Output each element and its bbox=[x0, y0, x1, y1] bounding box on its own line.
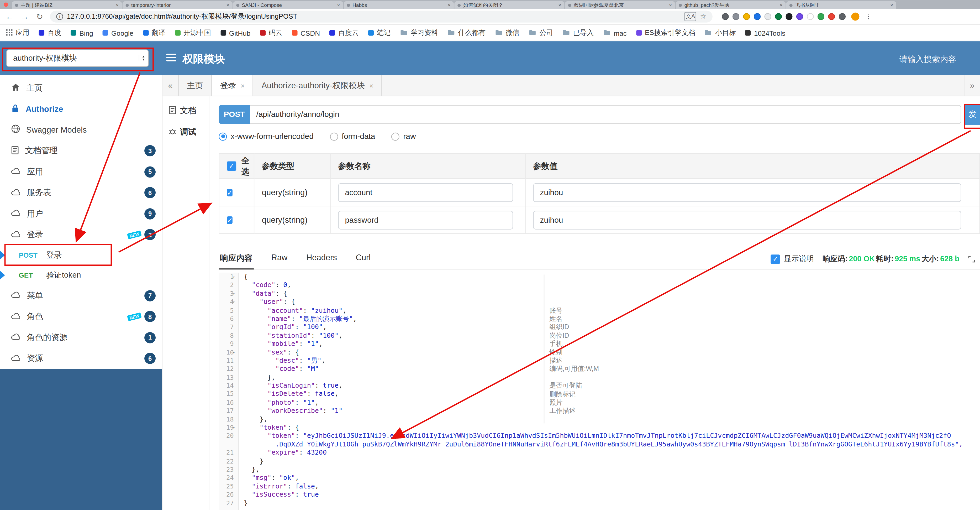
param-value-input[interactable] bbox=[533, 183, 961, 202]
sidebar-item-role[interactable]: 角色NEW8 bbox=[0, 306, 162, 327]
mode-nav-doc[interactable]: 文档 bbox=[162, 100, 208, 121]
api-group-select[interactable]: authority-权限模块 ▴▾ bbox=[6, 49, 149, 67]
radio-icon[interactable] bbox=[391, 132, 399, 140]
sidebar-api-post-login[interactable]: POST登录 bbox=[0, 245, 162, 265]
browser-tab[interactable]: SANJI - Compose× bbox=[233, 1, 343, 9]
reload-icon[interactable]: ↻ bbox=[35, 12, 45, 21]
extension-icon[interactable] bbox=[775, 13, 782, 20]
url-text[interactable]: 127.0.0.1:8760/api/gate/doc.html#/author… bbox=[67, 12, 681, 21]
traffic-light-close-icon[interactable] bbox=[4, 3, 8, 7]
content-type-option[interactable]: x-www-form-urlencoded bbox=[219, 132, 313, 140]
sidebar-item-login[interactable]: 登录NEW2 bbox=[0, 224, 162, 245]
close-tab-icon[interactable]: × bbox=[337, 2, 340, 8]
close-tab-icon[interactable]: × bbox=[226, 2, 229, 8]
fold-icon[interactable]: ▾ bbox=[233, 423, 235, 432]
bookmark-item[interactable]: 开源中国 bbox=[175, 28, 211, 38]
radio-icon[interactable] bbox=[330, 132, 338, 140]
bookmark-item[interactable]: 什么都有 bbox=[447, 28, 485, 38]
extension-icon[interactable] bbox=[796, 13, 803, 20]
sidebar-api-get-login[interactable]: GET验证token bbox=[0, 265, 162, 285]
browser-tab[interactable]: temporary-interior× bbox=[123, 1, 232, 9]
param-value-input[interactable] bbox=[533, 210, 961, 229]
bookmark-star-icon[interactable]: ☆ bbox=[700, 13, 706, 21]
sidebar-item-doc-manage[interactable]: 文档管理3 bbox=[0, 140, 162, 161]
close-tab-icon[interactable]: × bbox=[369, 82, 373, 89]
extension-icon[interactable] bbox=[743, 13, 750, 20]
param-name-input[interactable] bbox=[338, 183, 513, 202]
search-input[interactable]: 请输入搜索内容 bbox=[899, 54, 956, 65]
forward-icon[interactable]: → bbox=[20, 12, 29, 21]
browser-menu-icon[interactable]: ⋮ bbox=[865, 13, 872, 21]
bookmark-item[interactable]: 公司 bbox=[529, 28, 553, 38]
extension-icon[interactable] bbox=[754, 13, 760, 20]
browser-tab[interactable]: 蓝湖国际参观复盘北京× bbox=[565, 1, 675, 9]
url-bar[interactable]: i 127.0.0.1:8760/api/gate/doc.html#/auth… bbox=[50, 11, 713, 22]
sidebar-item-home[interactable]: 主页 bbox=[0, 78, 162, 99]
response-tab[interactable]: Curl bbox=[355, 248, 372, 269]
hamburger-icon[interactable] bbox=[166, 54, 176, 63]
browser-tab[interactable]: 飞书从阿里× bbox=[786, 1, 896, 9]
extension-icon[interactable] bbox=[807, 13, 814, 20]
bookmark-item[interactable]: mac bbox=[603, 29, 627, 37]
browser-tab[interactable]: 如何优雅的关闭？× bbox=[454, 1, 564, 9]
radio-selected-icon[interactable] bbox=[219, 132, 227, 140]
sidebar-item-service[interactable]: 服务表6 bbox=[0, 182, 162, 203]
close-tab-icon[interactable]: × bbox=[448, 2, 451, 8]
doc-tab[interactable]: 主页 bbox=[179, 75, 212, 96]
request-url-field[interactable]: /api/authority/anno/login bbox=[250, 105, 961, 124]
doc-tab[interactable]: Authorize-authority-权限模块× bbox=[253, 75, 382, 96]
sidebar-item-menu[interactable]: 菜单7 bbox=[0, 285, 162, 306]
close-tab-icon[interactable]: × bbox=[890, 2, 893, 8]
profile-avatar[interactable] bbox=[851, 13, 859, 21]
row-checkbox[interactable]: ✓ bbox=[227, 188, 232, 196]
extension-icon[interactable] bbox=[764, 13, 771, 20]
bookmark-item[interactable]: Bing bbox=[71, 29, 93, 37]
fold-icon[interactable]: ▾ bbox=[233, 273, 235, 281]
sidebar-item-role-resource[interactable]: 角色的资源1 bbox=[0, 327, 162, 348]
bookmark-item[interactable]: 码云 bbox=[260, 28, 282, 38]
bookmark-item[interactable]: 百度 bbox=[39, 28, 61, 38]
response-tab[interactable]: Raw bbox=[270, 248, 289, 269]
sidebar-item-authorize[interactable]: Authorize bbox=[0, 99, 162, 120]
bookmark-item[interactable]: 笔记 bbox=[368, 28, 391, 38]
bookmark-item[interactable]: 翻译 bbox=[143, 28, 165, 38]
sidebar-item-resource[interactable]: 资源6 bbox=[0, 348, 162, 369]
browser-tab[interactable]: Habbs× bbox=[344, 1, 454, 9]
bookmark-item[interactable]: GitHub bbox=[220, 29, 250, 37]
extension-icon[interactable] bbox=[818, 13, 824, 20]
param-name-input[interactable] bbox=[338, 210, 513, 229]
browser-tab[interactable]: 主题 | 建站BIZ× bbox=[12, 1, 122, 9]
fold-icon[interactable]: ▾ bbox=[233, 289, 235, 298]
mode-nav-debug[interactable]: 调试 bbox=[162, 121, 208, 143]
bookmark-item[interactable]: 1024Tools bbox=[745, 29, 786, 37]
bookmark-item[interactable]: Google bbox=[103, 29, 134, 37]
extension-icon[interactable] bbox=[732, 13, 739, 20]
bookmark-item[interactable]: 已导入 bbox=[562, 28, 594, 38]
show-description-toggle[interactable]: ✓ 显示说明 bbox=[771, 254, 814, 264]
sidebar-item-app[interactable]: 应用5 bbox=[0, 161, 162, 182]
response-tab[interactable]: Headers bbox=[305, 248, 338, 269]
fold-icon[interactable]: ▾ bbox=[233, 298, 235, 306]
send-button[interactable]: 发 bbox=[965, 104, 980, 125]
select-all-checkbox[interactable]: ✓ bbox=[227, 161, 236, 171]
extension-icon[interactable] bbox=[722, 13, 729, 20]
content-type-option[interactable]: raw bbox=[391, 132, 416, 140]
extension-icon[interactable] bbox=[839, 13, 846, 20]
bookmark-item[interactable]: 百度云 bbox=[329, 28, 359, 38]
tabs-scroll-left-icon[interactable]: « bbox=[162, 75, 179, 96]
close-tab-icon[interactable]: × bbox=[241, 82, 245, 89]
close-tab-icon[interactable]: × bbox=[669, 2, 672, 8]
close-tab-icon[interactable]: × bbox=[780, 2, 783, 8]
site-info-icon[interactable]: i bbox=[56, 13, 63, 20]
sidebar-item-user[interactable]: 用户9 bbox=[0, 203, 162, 224]
bookmark-item[interactable]: ES搜索引擎文档 bbox=[636, 28, 695, 38]
checkbox-checked-icon[interactable]: ✓ bbox=[771, 254, 780, 264]
bookmark-item[interactable]: 小目标 bbox=[705, 28, 736, 38]
extension-icon[interactable] bbox=[786, 13, 792, 20]
sidebar-item-swagger-models[interactable]: Swagger Models bbox=[0, 120, 162, 140]
close-tab-icon[interactable]: × bbox=[116, 2, 119, 8]
extension-icon[interactable] bbox=[828, 13, 835, 20]
doc-tab[interactable]: 登录× bbox=[212, 75, 253, 96]
browser-tab[interactable]: github_pach?发生啥× bbox=[676, 1, 786, 9]
bookmark-item[interactable]: 微信 bbox=[495, 28, 519, 38]
